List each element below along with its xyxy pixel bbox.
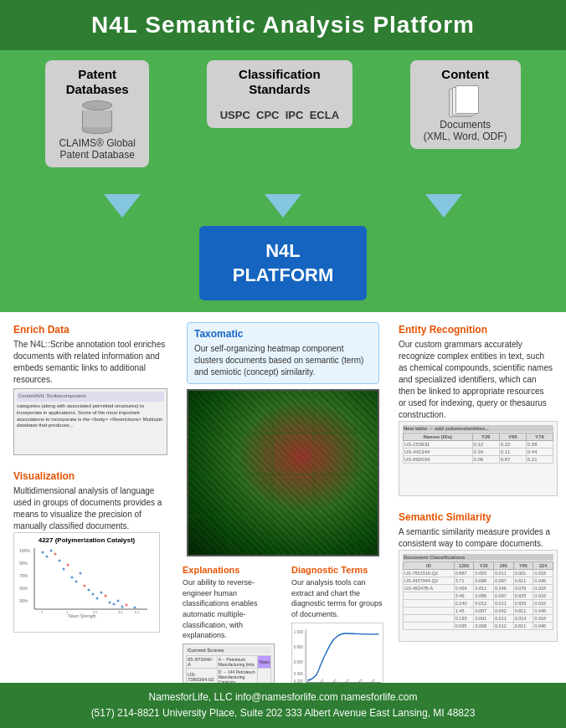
svg-point-21 — [96, 597, 99, 600]
scatter-svg: 100% 90% 70% 50% 30% Token Strength — [18, 544, 152, 619]
platform-box: N4L PLATFORM — [199, 226, 368, 300]
enrich-panel: Enrich Data The N4L::Scribe annotation t… — [7, 319, 174, 460]
entity-recognition-heading: Entity Recognition — [399, 324, 553, 336]
arrows-area — [0, 167, 566, 218]
left-column: Enrich Data The N4L::Scribe annotation t… — [7, 319, 174, 717]
platform-line1: N4L — [265, 240, 301, 261]
diagnostic-chart: 1.000 0.800 0.600 0.400 0.200 term1 term… — [291, 623, 383, 690]
heatmap — [187, 389, 379, 556]
svg-point-17 — [80, 572, 82, 575]
svg-text:0.2: 0.2 — [118, 610, 123, 614]
patent-databases-sub: CLAIMS® GlobalPatent Database — [59, 137, 136, 161]
svg-point-27 — [121, 606, 124, 608]
enrich-body: The N4L::Scribe annotation tool enriches… — [13, 339, 167, 386]
svg-text:100%: 100% — [19, 548, 30, 553]
svg-point-9 — [46, 556, 49, 558]
content-box: Content Documents(XML, Word, ODF) — [410, 60, 521, 149]
svg-point-14 — [67, 564, 69, 567]
arrow-patent — [104, 194, 141, 218]
visualization-heading: Visualization — [13, 470, 167, 482]
svg-text:1.000: 1.000 — [294, 630, 304, 634]
svg-point-15 — [71, 577, 74, 579]
semantic-similarity-heading: Semantic Similarity — [399, 511, 553, 523]
semantic-similarity-panel: Semantic Similarity A semantic similarit… — [392, 506, 559, 647]
patent-databases-title: PatentDatabases — [59, 67, 136, 97]
svg-point-16 — [75, 581, 78, 583]
classification-standards-sub: USPC CPC IPC ECLA — [220, 109, 339, 121]
svg-text:70%: 70% — [19, 573, 28, 578]
page-header: N4L Semantic Analysis Platform — [0, 0, 566, 50]
visualization-body: Multidimensional analysis of language us… — [13, 485, 167, 532]
taxomatic-heading: Taxomatic — [194, 328, 372, 340]
semantic-similarity-table: Document Classifications ID 1293 Y29 265… — [399, 550, 558, 642]
footer-line2: (517) 214-8821 University Place, Suite 2… — [8, 705, 558, 721]
diagnostic-terms-body: Our analysis tools can extract and chart… — [291, 577, 383, 619]
svg-text:90%: 90% — [19, 561, 28, 566]
svg-point-18 — [84, 585, 86, 587]
database-icon — [59, 100, 136, 134]
svg-point-10 — [50, 550, 53, 552]
svg-text:0.800: 0.800 — [294, 645, 304, 649]
svg-point-23 — [105, 595, 107, 597]
scatter-title: 4227 (Polymerization Catalyst) — [18, 536, 156, 544]
svg-text:Token Strength: Token Strength — [68, 613, 96, 618]
entity-recognition-table: New table → add columns/entities... Name… — [399, 421, 558, 496]
classification-standards-title: ClassificationStandards — [220, 67, 339, 97]
svg-point-29 — [134, 607, 136, 609]
svg-text:2: 2 — [41, 610, 44, 614]
document-icon — [449, 85, 482, 115]
taxomatic-panel: Taxomatic Our self-organizing heatmap co… — [187, 322, 379, 384]
svg-point-20 — [92, 593, 95, 596]
svg-text:0.600: 0.600 — [294, 660, 304, 664]
page-title: N4L Semantic Analysis Platform — [8, 12, 558, 38]
center-column: Taxomatic Our self-organizing heatmap co… — [174, 319, 392, 717]
svg-point-22 — [100, 592, 103, 594]
svg-point-28 — [126, 604, 128, 607]
platform-line2: PLATFORM — [233, 264, 334, 285]
classification-standards-box: ClassificationStandards USPC CPC IPC ECL… — [207, 60, 352, 128]
heatmap-grid — [188, 391, 378, 555]
sources-row: PatentDatabases CLAIMS® GlobalPatent Dat… — [0, 50, 566, 167]
visualization-panel: Visualization Multidimensional analysis … — [7, 465, 174, 638]
footer-line1: NamesforLife, LLC info@namesforlife.com … — [8, 690, 558, 705]
svg-text:0.400: 0.400 — [294, 671, 304, 675]
content-title: Content — [424, 67, 507, 82]
svg-point-26 — [117, 600, 120, 602]
entity-recognition-panel: Entity Recognition Our custom grammars a… — [392, 319, 559, 501]
svg-text:0.1: 0.1 — [135, 610, 140, 614]
svg-point-24 — [109, 602, 111, 604]
svg-point-13 — [63, 568, 65, 571]
svg-text:50%: 50% — [19, 586, 28, 591]
patent-databases-box: PatentDatabases CLAIMS® GlobalPatent Dat… — [45, 60, 149, 167]
content-sub: Documents(XML, Word, ODF) — [424, 119, 507, 142]
taxomatic-body: Our self-organizing heatmap component cl… — [194, 343, 372, 378]
main-content: Enrich Data The N4L::Scribe annotation t… — [0, 312, 566, 724]
svg-point-12 — [59, 560, 61, 562]
platform-area: N4L PLATFORM — [0, 218, 566, 312]
svg-point-8 — [42, 551, 44, 554]
semantic-similarity-body: A semantic similarity measure provides a… — [399, 526, 553, 550]
explanations-body: Our ability to reverse-engineer human cl… — [183, 577, 275, 641]
explanations-heading: Explanations — [183, 565, 275, 575]
scatter-plot: 4227 (Polymerization Catalyst) 100% 90% … — [13, 532, 160, 633]
diagnostic-chart-svg: 1.000 0.800 0.600 0.400 0.200 term1 term… — [292, 623, 383, 689]
enrich-heading: Enrich Data — [13, 324, 167, 336]
arrow-content — [425, 194, 462, 218]
entity-recognition-body: Our custom grammars accurately recognize… — [399, 339, 553, 421]
svg-point-19 — [88, 589, 90, 592]
arrow-classification — [265, 194, 301, 218]
svg-point-25 — [113, 603, 116, 606]
right-column: Entity Recognition Our custom grammars a… — [392, 319, 559, 717]
diagnostic-terms-heading: Diagnostic Terms — [291, 565, 383, 575]
svg-text:0.5: 0.5 — [93, 610, 98, 614]
svg-point-11 — [54, 553, 57, 556]
svg-text:30%: 30% — [19, 598, 28, 603]
enrich-screenshot: ContentN4L Scribecomponent categories (a… — [13, 388, 167, 455]
page-footer: NamesforLife, LLC info@namesforlife.com … — [0, 683, 566, 728]
